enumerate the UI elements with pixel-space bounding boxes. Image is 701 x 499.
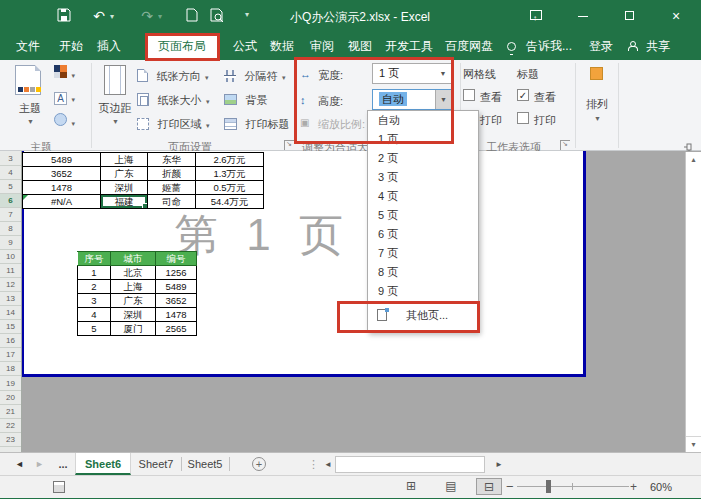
- theme-fonts-button[interactable]: A ▾: [54, 88, 75, 106]
- tab-tell-me[interactable]: 告诉我...: [520, 33, 578, 60]
- height-combobox[interactable]: 自动 ▼: [372, 89, 452, 110]
- hscroll-right-icon[interactable]: ►: [495, 457, 503, 472]
- cell[interactable]: 4: [78, 308, 111, 322]
- theme-effects-button[interactable]: ▾: [54, 112, 75, 130]
- row-header[interactable]: 23: [0, 433, 21, 447]
- tab-formulas[interactable]: 公式: [226, 33, 264, 60]
- row-header[interactable]: 22: [0, 419, 21, 433]
- cell[interactable]: 1: [78, 266, 111, 280]
- menu-item-9-pages[interactable]: 9 页: [368, 282, 478, 301]
- column-header[interactable]: 编号: [156, 252, 197, 266]
- tab-review[interactable]: 审阅: [302, 33, 342, 60]
- sheet-tab-sheet5[interactable]: Sheet5: [183, 453, 227, 475]
- menu-item-1-page[interactable]: 1 页: [368, 130, 478, 149]
- scroll-down-icon[interactable]: ▾: [686, 436, 701, 451]
- cell[interactable]: 3652: [23, 167, 101, 181]
- height-combo-arrow-icon[interactable]: ▼: [435, 90, 451, 109]
- vertical-scrollbar[interactable]: ▴ ▾: [685, 152, 701, 452]
- tab-insert[interactable]: 插入: [90, 33, 128, 60]
- cell[interactable]: 1478: [23, 181, 101, 195]
- macro-record-icon[interactable]: [53, 481, 65, 493]
- page-layout-view-icon[interactable]: ▤: [438, 478, 464, 495]
- margins-button[interactable]: 页边距 ▼: [95, 63, 135, 135]
- row-header[interactable]: 20: [0, 391, 21, 405]
- background-button[interactable]: 背景: [224, 90, 267, 108]
- cell[interactable]: 广东: [101, 167, 148, 181]
- cell[interactable]: 1256: [156, 266, 197, 280]
- cell[interactable]: 广东: [111, 294, 156, 308]
- arrange-button[interactable]: 排列 ▼: [578, 63, 616, 131]
- row-header[interactable]: 14: [0, 306, 21, 320]
- sheet-tab-sheet6[interactable]: Sheet6: [75, 453, 131, 475]
- hscroll-left-icon[interactable]: ◄: [324, 457, 332, 472]
- zoom-slider-track[interactable]: [517, 486, 629, 487]
- cell[interactable]: 上海: [101, 153, 148, 167]
- width-combobox[interactable]: 1 页 ▼: [372, 63, 452, 84]
- row-header[interactable]: 21: [0, 405, 21, 419]
- horizontal-scrollbar[interactable]: [335, 456, 485, 473]
- column-header[interactable]: 城市: [111, 252, 156, 266]
- cell[interactable]: 5489: [23, 153, 101, 167]
- cell[interactable]: 3: [78, 294, 111, 308]
- row-header[interactable]: 8: [0, 222, 21, 236]
- cell[interactable]: 厦门: [111, 322, 156, 336]
- cell[interactable]: 0.5万元: [196, 181, 264, 195]
- theme-colors-button[interactable]: ▾: [54, 64, 75, 82]
- cell[interactable]: 司命: [148, 195, 196, 209]
- cell[interactable]: 2: [78, 280, 111, 294]
- tab-data[interactable]: 数据: [262, 33, 302, 60]
- new-file-icon[interactable]: [183, 8, 201, 24]
- menu-item-3-pages[interactable]: 3 页: [368, 168, 478, 187]
- pin-ribbon-icon[interactable]: [683, 139, 693, 149]
- cell[interactable]: 东华: [148, 153, 196, 167]
- row-header[interactable]: 9: [0, 236, 21, 250]
- share-button[interactable]: 共享: [638, 33, 678, 60]
- cell[interactable]: 2565: [156, 322, 197, 336]
- redo-icon[interactable]: ↷: [138, 8, 156, 24]
- headings-print-checkbox[interactable]: [517, 112, 529, 124]
- paper-size-button[interactable]: 纸张大小 ▾: [137, 90, 209, 108]
- cell-error[interactable]: #N/A: [23, 195, 101, 209]
- row-header[interactable]: 19: [0, 377, 21, 391]
- row-header[interactable]: 16: [0, 334, 21, 348]
- zoom-level-text[interactable]: 60%: [650, 481, 672, 493]
- row-header[interactable]: 17: [0, 348, 21, 362]
- save-icon[interactable]: [55, 8, 73, 24]
- menu-item-7-pages[interactable]: 7 页: [368, 244, 478, 263]
- menu-item-more-pages[interactable]: 其他页...: [368, 301, 478, 330]
- maximize-button[interactable]: [618, 6, 640, 26]
- tab-developer[interactable]: 开发工具: [380, 33, 438, 60]
- scroll-up-icon[interactable]: ▴: [686, 152, 701, 167]
- menu-item-4-pages[interactable]: 4 页: [368, 187, 478, 206]
- sheet-tab-overflow[interactable]: ...: [55, 453, 71, 475]
- column-header[interactable]: 序号: [78, 252, 111, 266]
- menu-item-2-pages[interactable]: 2 页: [368, 149, 478, 168]
- tab-file[interactable]: 文件: [8, 33, 48, 60]
- sign-in-link[interactable]: 登录: [584, 33, 618, 60]
- minimize-button[interactable]: [572, 6, 594, 26]
- row-header[interactable]: 12: [0, 278, 21, 292]
- cell[interactable]: 54.4万元: [196, 195, 264, 209]
- print-titles-button[interactable]: 打印标题: [224, 114, 289, 132]
- sheet-options-dialog-launcher-icon[interactable]: [560, 140, 570, 150]
- tab-split-handle[interactable]: ⋮: [308, 453, 318, 475]
- cell[interactable]: 上海: [111, 280, 156, 294]
- cell[interactable]: 1478: [156, 308, 197, 322]
- sheet-tab-sheet7[interactable]: Sheet7: [133, 453, 179, 475]
- width-combo-arrow-icon[interactable]: ▼: [435, 64, 451, 83]
- menu-item-auto[interactable]: 自动: [368, 111, 478, 130]
- selected-cell[interactable]: 福建: [101, 195, 148, 209]
- tab-view[interactable]: 视图: [340, 33, 380, 60]
- headings-view-checkbox[interactable]: ✓: [517, 89, 529, 101]
- redo-dropdown-icon[interactable]: ▾: [158, 12, 162, 21]
- print-preview-icon[interactable]: [208, 8, 226, 24]
- row-header[interactable]: 3: [0, 152, 21, 166]
- print-area-button[interactable]: 打印区域 ▾: [137, 114, 209, 132]
- zoom-slider-thumb[interactable]: [546, 480, 551, 493]
- zoom-in-button[interactable]: +: [630, 480, 637, 494]
- menu-item-6-pages[interactable]: 6 页: [368, 225, 478, 244]
- row-header[interactable]: 10: [0, 250, 21, 264]
- row-header[interactable]: 11: [0, 264, 21, 278]
- page-setup-dialog-launcher-icon[interactable]: [284, 140, 294, 150]
- cell[interactable]: 深圳: [101, 181, 148, 195]
